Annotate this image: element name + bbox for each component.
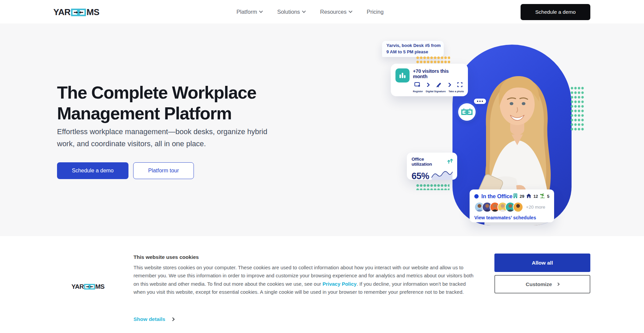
hero-section: The Complete Workplace Management Platfo… [0, 23, 644, 236]
register-icon [414, 82, 421, 89]
green-dots-row-pattern [416, 183, 449, 190]
show-details-label: Show details [133, 316, 165, 322]
typing-indicator [474, 99, 486, 104]
chevron-down-icon [349, 9, 353, 13]
page-title: The Complete Workplace Management Platfo… [57, 82, 285, 124]
cookie-banner-logo: YAR MS [71, 283, 104, 290]
chevron-right-icon [556, 283, 559, 286]
cookie-banner-body: This website stores cookies on your comp… [133, 264, 476, 296]
logo-text-right: MS [87, 7, 99, 17]
office-utilization-card: Office utilization 65% [407, 153, 457, 180]
logo-text-right: MS [95, 283, 105, 290]
bar-chart-icon [395, 68, 410, 82]
nav-label: Platform [236, 9, 257, 15]
landing-page: YAR MS Platform Solutions [0, 0, 644, 333]
platform-tour-button[interactable]: Platform tour [133, 162, 194, 179]
status-dot-icon [474, 194, 479, 199]
in-the-office-card: In the Office 29 12 5 [470, 189, 554, 222]
chevron-right-icon [427, 82, 430, 88]
chevron-right-icon [171, 317, 174, 321]
home-icon [526, 193, 531, 200]
step-label-register: Register [413, 90, 423, 93]
logo-chain-icon [84, 284, 95, 290]
signature-pen-icon [436, 82, 442, 89]
hero-illustration: +70 visitors this month [382, 41, 597, 229]
office-count: 29 [520, 194, 524, 199]
cookie-banner-title: This website uses cookies [133, 254, 199, 260]
chevron-down-icon [302, 9, 306, 13]
header: YAR MS Platform Solutions [0, 0, 644, 23]
brand-logo[interactable]: YAR MS [53, 7, 99, 17]
nav-item-pricing[interactable]: Pricing [367, 9, 383, 15]
utilization-sparkline-chart [431, 168, 453, 181]
hero-subtitle: Effortless workplace management—book des… [57, 126, 285, 150]
yellow-dots-pattern [416, 56, 450, 64]
utilization-value: 65% [412, 171, 429, 181]
chat-line-2: 9 AM to 5 PM please [386, 49, 444, 55]
view-schedules-link[interactable]: View teammates’ schedules [474, 215, 549, 220]
yarvis-assistant-icon [458, 103, 476, 121]
header-schedule-demo-button[interactable]: Schedule a demo [521, 4, 590, 20]
customize-label: Customize [526, 281, 552, 287]
nav-item-resources[interactable]: Resources [320, 9, 352, 15]
nav-item-solutions[interactable]: Solutions [277, 9, 305, 15]
yarvis-chat-bubble: Yarvis, book Desk #5 from 9 AM to 5 PM p… [382, 41, 444, 57]
cookie-banner: YAR MS This website uses cookies This we… [0, 248, 644, 333]
office-card-title: In the Office [481, 193, 513, 200]
vacation-palm-icon [540, 193, 545, 200]
more-teammates-label: +20 more [526, 205, 545, 210]
utilization-title: Office utilization [412, 157, 445, 167]
logo-chain-icon [71, 8, 86, 16]
camera-frame-icon [457, 82, 463, 89]
nav-label: Solutions [277, 9, 300, 15]
allow-all-button[interactable]: Allow all [494, 254, 590, 272]
hero-schedule-demo-button[interactable]: Schedule a demo [57, 162, 128, 179]
step-label-digital-signature: Digital Signature [426, 90, 446, 93]
nav-label: Pricing [367, 9, 383, 15]
away-count: 5 [547, 194, 549, 199]
home-count: 12 [533, 194, 538, 199]
step-label-take-a-photo: Take a photo [448, 90, 464, 93]
green-dots-grid-pattern [570, 86, 584, 131]
nav-item-platform[interactable]: Platform [236, 9, 262, 15]
building-icon [513, 193, 518, 200]
visitors-card-title: +70 visitors this month [413, 68, 464, 79]
customize-button[interactable]: Customize [494, 275, 590, 293]
chat-line-1: Yarvis, book Desk #5 from [386, 43, 444, 49]
privacy-policy-link[interactable]: Privacy Policy [322, 281, 357, 287]
avatar [513, 202, 523, 212]
double-up-arrow-icon [447, 159, 453, 165]
nav-label: Resources [320, 9, 346, 15]
chevron-down-icon [259, 9, 263, 13]
logo-text-left: YAR [71, 283, 84, 290]
main-nav: Platform Solutions Resources Pricing [236, 0, 384, 23]
chevron-right-icon [448, 82, 451, 88]
hero-buttons: Schedule a demo Platform tour [57, 162, 194, 179]
logo-text-left: YAR [53, 7, 70, 17]
show-details-link[interactable]: Show details [133, 316, 174, 322]
visitors-card: +70 visitors this month [391, 64, 468, 96]
